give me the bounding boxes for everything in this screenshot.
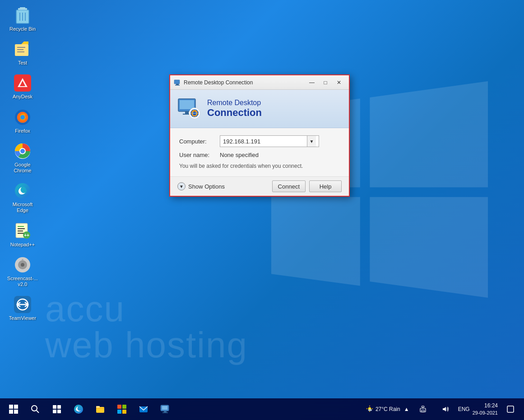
svg-point-14	[20, 115, 25, 120]
minimize-button[interactable]: —	[306, 78, 318, 88]
svg-rect-50	[57, 405, 61, 409]
clock-time: 16:24	[473, 402, 498, 410]
rdc-footer-buttons: Connect Help	[272, 180, 342, 192]
svg-rect-57	[122, 405, 126, 409]
taskbar-edge-button[interactable]	[69, 399, 88, 419]
rdc-titlebar-icon	[174, 79, 181, 86]
svg-rect-2	[20, 7, 25, 9]
desktop-icon-microsoft-edge[interactable]: Microsoft Edge	[5, 180, 41, 215]
show-options-label: Show Options	[188, 183, 225, 190]
clock-date: 29-09-2021	[473, 410, 498, 416]
svg-rect-62	[162, 406, 167, 410]
search-button[interactable]	[25, 399, 45, 419]
desktop-icons: Recycle Bin Test	[5, 5, 41, 323]
help-button[interactable]: Help	[309, 180, 342, 192]
test-icon	[14, 40, 32, 58]
svg-point-47	[32, 406, 37, 411]
weather-icon	[366, 405, 374, 413]
svg-point-29	[22, 259, 23, 261]
computer-input[interactable]: 192.168.1.191 ▼	[220, 135, 319, 147]
desktop-icon-google-chrome[interactable]: Google Chrome	[5, 140, 41, 175]
clock[interactable]: 16:24 29-09-2021	[473, 402, 498, 416]
computer-field: Computer: 192.168.1.191 ▼	[179, 135, 340, 147]
svg-rect-8	[17, 47, 25, 48]
rdc-header-title: Remote Desktop Connection	[207, 99, 262, 119]
svg-rect-37	[180, 100, 194, 109]
recycle-bin-icon	[14, 6, 32, 24]
close-button[interactable]: ✕	[333, 78, 345, 88]
svg-rect-22	[18, 231, 23, 231]
microsoft-edge-label: Microsoft Edge	[6, 202, 39, 213]
volume-icon[interactable]	[436, 399, 455, 419]
taskbar-rdp-button[interactable]	[155, 399, 175, 419]
taskbar-store-button[interactable]	[112, 399, 132, 419]
firefox-label: Firefox	[15, 128, 30, 134]
desktop-icon-recycle-bin[interactable]: Recycle Bin	[5, 5, 41, 34]
svg-rect-38	[185, 111, 189, 114]
network-icon[interactable]	[413, 399, 433, 419]
svg-point-17	[20, 149, 25, 153]
show-options-button[interactable]: ▼ Show Options	[177, 182, 225, 190]
rdc-header-line1: Remote Desktop	[207, 99, 262, 107]
connect-button[interactable]: Connect	[272, 180, 306, 192]
volume-svg-icon	[442, 406, 449, 413]
taskbar: 27°C Rain ▲	[0, 398, 524, 420]
rdc-footer: ▼ Show Options Connect Help	[170, 176, 349, 196]
rdc-titlebar-text: Remote Desktop Connection	[184, 79, 306, 86]
google-chrome-label: Google Chrome	[6, 162, 39, 174]
notification-button[interactable]	[501, 399, 520, 419]
desktop: accu web hosting Recycle Bin	[0, 0, 524, 420]
svg-rect-20	[18, 226, 24, 227]
svg-rect-63	[164, 411, 167, 412]
recycle-bin-label: Recycle Bin	[9, 26, 36, 32]
network-svg-icon	[419, 406, 427, 413]
language-indicator: ENG	[458, 406, 470, 412]
windows-logo-icon	[9, 405, 18, 414]
anydesk-label: AnyDesk	[13, 94, 32, 100]
systray-chevron-button[interactable]: ▲	[403, 399, 410, 419]
teamviewer-icon	[14, 295, 32, 314]
screencast-icon	[14, 256, 32, 274]
desktop-icon-test[interactable]: Test	[5, 38, 41, 68]
weather-widget[interactable]: 27°C Rain	[366, 405, 400, 413]
computer-dropdown-button[interactable]: ▼	[307, 136, 316, 147]
svg-rect-49	[53, 405, 56, 409]
weather-text: 27°C Rain	[376, 406, 400, 412]
google-chrome-icon	[14, 142, 32, 160]
desktop-icon-anydesk[interactable]: AnyDesk	[5, 72, 41, 102]
anydesk-icon	[14, 74, 32, 92]
notepadpp-label: Notepad++	[10, 242, 35, 248]
computer-value: 192.168.1.191	[223, 138, 307, 145]
task-view-button[interactable]	[47, 399, 67, 419]
watermark-text2: web hosting	[45, 324, 248, 366]
watermark-text1: accu	[45, 288, 125, 330]
maximize-button[interactable]: □	[319, 78, 332, 88]
taskbar-explorer-button[interactable]	[90, 399, 110, 419]
rdc-note: You will be asked for credentials when y…	[179, 163, 340, 169]
desktop-icon-teamviewer[interactable]: TeamViewer	[5, 294, 41, 323]
desktop-icon-screencast[interactable]: Screencast-... v2.0	[5, 254, 41, 289]
svg-rect-59	[122, 410, 126, 414]
start-button[interactable]	[4, 399, 23, 419]
username-value: None specified	[220, 152, 259, 158]
test-label: Test	[18, 60, 27, 66]
notification-icon	[507, 406, 514, 413]
svg-rect-35	[175, 85, 180, 86]
svg-rect-10	[17, 51, 24, 52]
taskbar-right: 27°C Rain ▲	[366, 399, 520, 419]
svg-rect-21	[18, 228, 25, 229]
notepadpp-icon: ++	[14, 222, 32, 240]
svg-rect-34	[176, 84, 179, 85]
svg-rect-9	[17, 49, 23, 50]
svg-rect-58	[117, 410, 121, 414]
svg-rect-51	[53, 410, 56, 413]
taskbar-left	[4, 399, 175, 419]
desktop-icon-firefox[interactable]: Firefox	[5, 106, 41, 136]
firefox-icon	[14, 108, 32, 126]
screencast-label: Screencast-... v2.0	[6, 276, 39, 287]
rdc-header: Remote Desktop Connection	[170, 90, 349, 128]
desktop-icon-notepadpp[interactable]: ++ Notepad++	[5, 220, 41, 249]
computer-label: Computer:	[179, 138, 220, 145]
username-label: User name:	[179, 152, 220, 158]
taskbar-mail-button[interactable]	[134, 399, 153, 419]
